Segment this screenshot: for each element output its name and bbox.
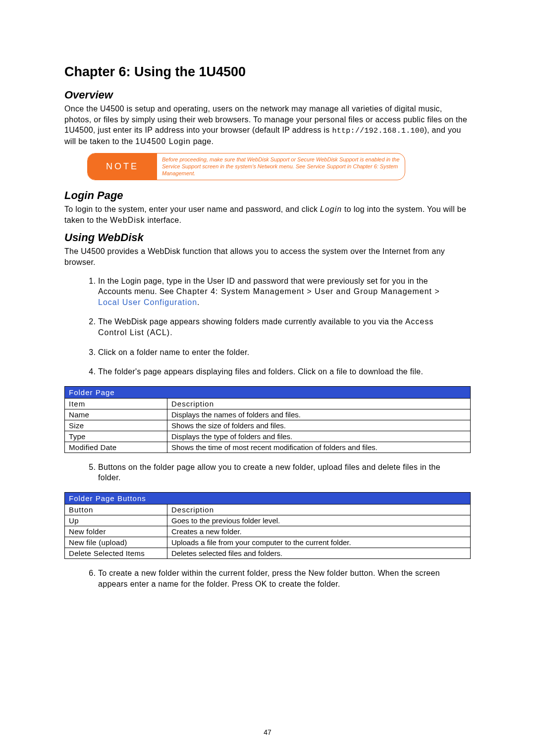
cell: Shows the time of most recent modificati… [167,442,471,453]
table-title: Folder Page Buttons [65,493,471,504]
cell: Type [65,431,167,442]
cell: Creates a new folder. [167,526,471,537]
table-col-header: Button [65,504,167,515]
step-5: Buttons on the folder page allow you to … [98,462,471,483]
document-page: Chapter 6: Using the 1U4500 Overview Onc… [0,0,535,756]
cell: Deletes selected files and folders. [167,548,471,559]
text: . [170,328,172,337]
table-row: Delete Selected ItemsDeletes selected fi… [65,548,471,559]
text: interface. [145,216,182,224]
table-row: NameDisplays the names of folders and fi… [65,409,471,420]
page-number: 47 [0,728,535,736]
step-1: In the Login page, type in the User ID a… [98,276,471,308]
steps-list-b: Buttons on the folder page allow you to … [64,462,471,483]
login-word: Login [320,205,342,213]
step-4: The folder's page appears displaying fil… [98,366,471,377]
cell: Up [65,515,167,526]
table-title: Folder Page [65,386,471,398]
cell: Modified Date [65,442,167,453]
step-3: Click on a folder name to enter the fold… [98,347,471,358]
text: page. [191,137,214,146]
table-col-header: Item [65,398,167,409]
note-text: Before proceeding, make sure that WebDis… [157,153,405,180]
login-paragraph: To login to the system, enter your user … [64,204,471,225]
section-login-heading: Login Page [64,189,471,202]
cell: Uploads a file from your computer to the… [167,537,471,548]
login-page-phrase: 1U4500 Login [135,137,191,146]
cell: Goes to the previous folder level. [167,515,471,526]
folder-page-table: Folder Page Item Description NameDisplay… [64,386,471,453]
local-user-config-link[interactable]: Local User Configuration [98,298,197,306]
section-webdisk-heading: Using WebDisk [64,231,471,244]
steps-list-c: To create a new folder within the curren… [64,568,471,589]
table-row: TypeDisplays the type of folders and fil… [65,431,471,442]
chapter-title: Chapter 6: Using the 1U4500 [64,64,471,80]
cell: Displays the type of folders and files. [167,431,471,442]
table-col-header: Description [167,398,471,409]
text: To login to the system, enter your user … [64,205,320,213]
step-6: To create a new folder within the curren… [98,568,471,589]
table-row: New folderCreates a new folder. [65,526,471,537]
note-box: NOTE Before proceeding, make sure that W… [87,153,405,180]
cell: Shows the size of folders and files. [167,420,471,431]
table-col-header: Description [167,504,471,515]
steps-list-a: In the Login page, type in the User ID a… [64,276,471,377]
webdisk-intro: The U4500 provides a WebDisk function th… [64,246,471,267]
cell: Delete Selected Items [65,548,167,559]
overview-paragraph: Once the U4500 is setup and operating, u… [64,103,471,147]
table-row: New file (upload)Uploads a file from you… [65,537,471,548]
section-overview-heading: Overview [64,89,471,101]
cell: New folder [65,526,167,537]
table-row: SizeShows the size of folders and files. [65,420,471,431]
text: The WebDisk page appears showing folders… [98,317,405,326]
chapter-ref: Chapter 4: System Management > User and … [176,287,440,296]
table-row: UpGoes to the previous folder level. [65,515,471,526]
folder-page-buttons-table: Folder Page Buttons Button Description U… [64,492,471,559]
cell: Displays the names of folders and files. [167,409,471,420]
webdisk-word: WebDisk [110,216,145,224]
cell: Name [65,409,167,420]
cell: Size [65,420,167,431]
ip-address: http://192.168.1.100 [332,127,424,135]
note-label: NOTE [88,153,157,180]
table-row: Modified DateShows the time of most rece… [65,442,471,453]
step-2: The WebDisk page appears showing folders… [98,316,471,338]
text: . [197,298,200,306]
cell: New file (upload) [65,537,167,548]
